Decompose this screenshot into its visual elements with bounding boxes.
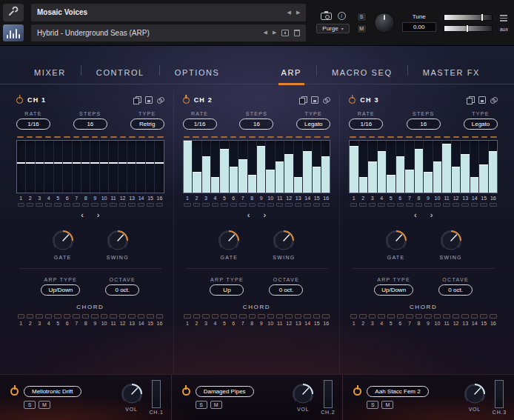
menu-icon[interactable]: [500, 13, 507, 23]
step-sequencer[interactable]: [183, 140, 331, 193]
step-checkbox[interactable]: [359, 314, 367, 319]
step-checkbox[interactable]: [91, 314, 98, 319]
volume-slider[interactable]: [444, 14, 493, 21]
seq-step[interactable]: [238, 141, 247, 193]
step-checkbox[interactable]: [193, 314, 200, 319]
step-checkbox[interactable]: [378, 203, 385, 207]
seq-step[interactable]: [73, 141, 81, 193]
step-checkbox[interactable]: [212, 314, 218, 319]
step-checkbox[interactable]: [304, 314, 310, 319]
volume-knob[interactable]: [464, 383, 486, 405]
seq-step[interactable]: [184, 141, 193, 193]
step-checkbox[interactable]: [82, 203, 89, 207]
step-checkbox[interactable]: [453, 314, 460, 319]
solo-button[interactable]: S: [196, 401, 207, 409]
seq-step[interactable]: [350, 141, 358, 193]
step-checkbox[interactable]: [110, 314, 116, 319]
wrench-button[interactable]: [3, 4, 24, 21]
seq-step[interactable]: [387, 141, 395, 193]
step-checkbox[interactable]: [54, 203, 61, 207]
type-select[interactable]: Legato: [296, 119, 330, 130]
seq-step[interactable]: [26, 141, 35, 193]
seq-step[interactable]: [378, 141, 387, 193]
step-checkbox[interactable]: [453, 203, 460, 207]
tab-arp[interactable]: ARP: [267, 61, 316, 84]
seq-step[interactable]: [44, 141, 53, 193]
step-checkbox[interactable]: [128, 203, 135, 207]
step-checkbox[interactable]: [434, 314, 441, 319]
seq-step[interactable]: [266, 141, 275, 193]
seq-step[interactable]: [248, 141, 257, 193]
seq-step[interactable]: [489, 141, 497, 193]
step-checkbox[interactable]: [230, 314, 237, 319]
step-checkbox[interactable]: [147, 314, 153, 319]
step-checkbox[interactable]: [313, 314, 320, 319]
step-checkbox[interactable]: [138, 203, 144, 207]
seq-step[interactable]: [36, 141, 44, 193]
step-checkbox[interactable]: [258, 203, 264, 207]
seq-step[interactable]: [81, 141, 90, 193]
step-checkbox[interactable]: [249, 203, 256, 207]
pattern-next-chevron[interactable]: ›: [97, 210, 100, 219]
step-checkbox[interactable]: [184, 203, 190, 207]
copy-icon[interactable]: [133, 96, 141, 104]
trash-icon[interactable]: [294, 30, 300, 36]
step-checkbox[interactable]: [230, 203, 237, 207]
seq-step[interactable]: [396, 141, 405, 193]
channel-power-button[interactable]: [183, 97, 190, 104]
step-checkbox[interactable]: [406, 203, 413, 207]
tab-master-fx[interactable]: MASTER FX: [408, 61, 495, 84]
type-select[interactable]: Retrig: [130, 119, 164, 130]
pan-slider[interactable]: [444, 25, 493, 32]
swing-knob[interactable]: [440, 230, 462, 252]
step-checkbox[interactable]: [119, 314, 126, 319]
step-checkbox[interactable]: [73, 314, 79, 319]
step-checkbox[interactable]: [350, 314, 358, 319]
save-icon[interactable]: [145, 96, 153, 104]
tune-knob[interactable]: [374, 13, 395, 33]
camera-icon[interactable]: [321, 13, 332, 20]
gate-knob[interactable]: [218, 230, 240, 252]
step-checkbox[interactable]: [415, 314, 423, 319]
tab-control[interactable]: CONTROL: [81, 61, 159, 84]
step-checkbox[interactable]: [221, 203, 227, 207]
seq-step[interactable]: [54, 141, 63, 193]
step-checkbox[interactable]: [471, 203, 478, 207]
swing-knob[interactable]: [107, 230, 129, 252]
step-checkbox[interactable]: [128, 314, 135, 319]
step-checkbox[interactable]: [304, 203, 310, 207]
seq-step[interactable]: [433, 141, 442, 193]
step-checkbox[interactable]: [54, 314, 61, 319]
header-solo-button[interactable]: S: [357, 13, 367, 21]
copy-icon[interactable]: [467, 96, 474, 104]
step-checkbox[interactable]: [387, 314, 395, 319]
step-checkbox[interactable]: [193, 203, 200, 207]
tune-value-field[interactable]: 0.00: [402, 22, 436, 32]
next-instrument-arrow[interactable]: ▶: [296, 10, 300, 16]
octave-select[interactable]: 0 oct.: [438, 284, 473, 296]
tab-macro-seq[interactable]: MACRO SEQ: [317, 61, 407, 84]
pattern-prev-chevron[interactable]: ‹: [81, 210, 84, 219]
octave-select[interactable]: 0 oct.: [105, 284, 139, 296]
step-checkbox[interactable]: [27, 203, 33, 207]
arp-type-select[interactable]: Up: [210, 284, 244, 296]
step-checkbox[interactable]: [471, 314, 478, 319]
seq-step[interactable]: [442, 141, 451, 193]
seq-step[interactable]: [359, 141, 368, 193]
seq-step[interactable]: [303, 141, 312, 193]
seq-step[interactable]: [146, 141, 155, 193]
step-checkbox[interactable]: [313, 203, 320, 207]
seq-step[interactable]: [127, 141, 136, 193]
seq-step[interactable]: [284, 141, 293, 193]
step-sequencer[interactable]: [349, 140, 498, 193]
channel-power-button[interactable]: [349, 97, 356, 104]
patch-name[interactable]: Aah Stacc Fem 2: [367, 386, 428, 397]
step-checkbox[interactable]: [424, 314, 432, 319]
strip-power-button[interactable]: [353, 387, 361, 396]
step-checkbox[interactable]: [322, 203, 329, 207]
step-checkbox[interactable]: [461, 314, 469, 319]
seq-step[interactable]: [424, 141, 433, 193]
purge-dropdown[interactable]: Purge ▾: [316, 24, 349, 33]
seq-step[interactable]: [90, 141, 99, 193]
seq-step[interactable]: [230, 141, 238, 193]
